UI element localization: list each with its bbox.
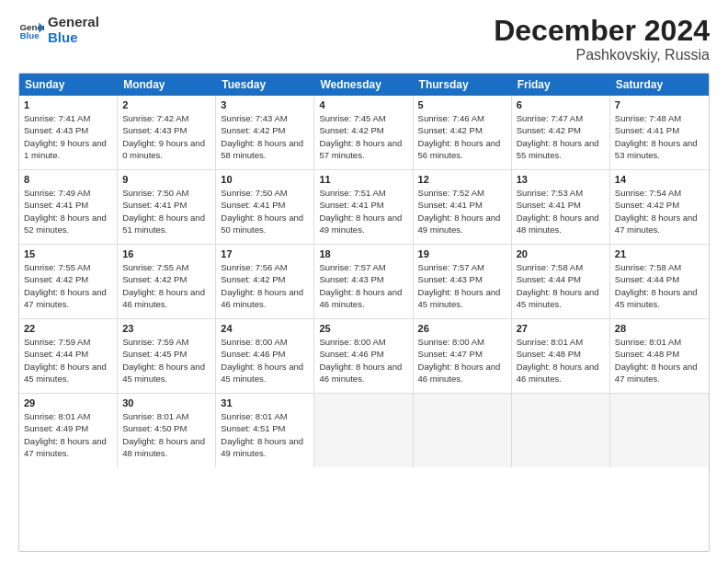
day-9: 9 Sunrise: 7:50 AM Sunset: 4:41 PM Dayli…	[118, 170, 216, 244]
day-19: 19 Sunrise: 7:57 AM Sunset: 4:43 PM Dayl…	[414, 245, 512, 318]
daylight: Daylight: 8 hours and 49 minutes.	[221, 435, 309, 460]
daylight: Daylight: 8 hours and 45 minutes.	[418, 286, 506, 311]
day-num: 25	[319, 323, 407, 334]
sunrise: Sunrise: 7:42 AM	[122, 112, 210, 124]
col-friday: Friday	[512, 74, 610, 96]
sunrise: Sunrise: 8:01 AM	[221, 410, 309, 422]
sunset: Sunset: 4:47 PM	[418, 348, 506, 360]
main-title: December 2024	[494, 15, 710, 47]
logo: General Blue General Blue	[18, 15, 99, 45]
sunset: Sunset: 4:42 PM	[24, 273, 112, 285]
sunset: Sunset: 4:42 PM	[615, 199, 704, 211]
calendar-header: Sunday Monday Tuesday Wednesday Thursday…	[19, 74, 709, 96]
sunset: Sunset: 4:41 PM	[24, 199, 112, 211]
sunrise: Sunrise: 7:58 AM	[615, 261, 704, 273]
sunset: Sunset: 4:45 PM	[122, 348, 210, 360]
daylight: Daylight: 8 hours and 46 minutes.	[319, 361, 407, 385]
daylight: Daylight: 8 hours and 47 minutes.	[615, 361, 704, 385]
day-31: 31 Sunrise: 8:01 AM Sunset: 4:51 PM Dayl…	[216, 394, 314, 467]
day-15: 15 Sunrise: 7:55 AM Sunset: 4:42 PM Dayl…	[19, 245, 118, 318]
day-num: 15	[24, 248, 112, 259]
sunset: Sunset: 4:42 PM	[221, 124, 309, 136]
sunrise: Sunrise: 7:45 AM	[319, 112, 407, 124]
week-row-1: 1 Sunrise: 7:41 AM Sunset: 4:43 PM Dayli…	[19, 96, 709, 170]
day-num: 7	[615, 99, 704, 110]
day-num: 24	[221, 323, 309, 334]
sunrise: Sunrise: 8:01 AM	[122, 410, 210, 422]
day-24: 24 Sunrise: 8:00 AM Sunset: 4:46 PM Dayl…	[216, 319, 314, 393]
day-16: 16 Sunrise: 7:55 AM Sunset: 4:42 PM Dayl…	[118, 245, 216, 318]
sunset: Sunset: 4:42 PM	[122, 273, 210, 285]
sunset: Sunset: 4:42 PM	[319, 124, 407, 136]
sunset: Sunset: 4:48 PM	[615, 348, 704, 360]
daylight: Daylight: 8 hours and 50 minutes.	[221, 212, 309, 236]
day-num: 12	[418, 174, 506, 185]
daylight: Daylight: 8 hours and 45 minutes.	[24, 361, 112, 385]
day-12: 12 Sunrise: 7:52 AM Sunset: 4:41 PM Dayl…	[414, 170, 512, 244]
day-num: 18	[319, 248, 407, 259]
day-num: 31	[221, 397, 309, 408]
day-num: 8	[24, 174, 112, 185]
day-25: 25 Sunrise: 8:00 AM Sunset: 4:46 PM Dayl…	[314, 319, 413, 393]
sunrise: Sunrise: 7:50 AM	[221, 187, 309, 199]
day-29: 29 Sunrise: 8:01 AM Sunset: 4:49 PM Dayl…	[19, 394, 118, 467]
week-row-4: 22 Sunrise: 7:59 AM Sunset: 4:44 PM Dayl…	[19, 319, 709, 394]
daylight: Daylight: 8 hours and 57 minutes.	[319, 137, 407, 162]
empty-cell-3	[512, 394, 610, 467]
empty-cell-1	[314, 394, 413, 467]
day-num: 6	[517, 99, 605, 110]
col-wednesday: Wednesday	[314, 74, 413, 96]
daylight: Daylight: 9 hours and 0 minutes.	[122, 137, 210, 162]
sunset: Sunset: 4:42 PM	[418, 124, 506, 136]
sunset: Sunset: 4:46 PM	[319, 348, 407, 360]
day-23: 23 Sunrise: 7:59 AM Sunset: 4:45 PM Dayl…	[118, 319, 216, 393]
sunrise: Sunrise: 7:55 AM	[122, 261, 210, 273]
day-10: 10 Sunrise: 7:50 AM Sunset: 4:41 PM Dayl…	[216, 170, 314, 244]
daylight: Daylight: 8 hours and 47 minutes.	[24, 286, 112, 311]
subtitle: Pashkovskiy, Russia	[494, 47, 710, 63]
sunrise: Sunrise: 7:57 AM	[418, 261, 506, 273]
day-num: 5	[418, 99, 506, 110]
day-2: 2 Sunrise: 7:42 AM Sunset: 4:43 PM Dayli…	[118, 96, 216, 169]
day-18: 18 Sunrise: 7:57 AM Sunset: 4:43 PM Dayl…	[314, 245, 413, 318]
day-num: 2	[122, 99, 210, 110]
day-num: 28	[615, 323, 704, 334]
day-3: 3 Sunrise: 7:43 AM Sunset: 4:42 PM Dayli…	[216, 96, 314, 169]
sunset: Sunset: 4:41 PM	[122, 199, 210, 211]
week-row-3: 15 Sunrise: 7:55 AM Sunset: 4:42 PM Dayl…	[19, 245, 709, 319]
day-1: 1 Sunrise: 7:41 AM Sunset: 4:43 PM Dayli…	[19, 96, 118, 169]
calendar-body: 1 Sunrise: 7:41 AM Sunset: 4:43 PM Dayli…	[19, 96, 709, 467]
sunset: Sunset: 4:48 PM	[517, 348, 605, 360]
sunset: Sunset: 4:43 PM	[418, 273, 506, 285]
sunset: Sunset: 4:44 PM	[24, 348, 112, 360]
page: General Blue General Blue December 2024 …	[0, 0, 728, 563]
day-num: 20	[517, 248, 605, 259]
daylight: Daylight: 8 hours and 53 minutes.	[615, 137, 704, 162]
sunset: Sunset: 4:42 PM	[517, 124, 605, 136]
day-num: 29	[24, 397, 112, 408]
day-4: 4 Sunrise: 7:45 AM Sunset: 4:42 PM Dayli…	[314, 96, 413, 169]
day-num: 10	[221, 174, 309, 185]
daylight: Daylight: 8 hours and 49 minutes.	[319, 212, 407, 236]
col-saturday: Saturday	[610, 74, 709, 96]
logo-icon: General Blue	[18, 17, 44, 43]
sunset: Sunset: 4:42 PM	[221, 273, 309, 285]
day-num: 27	[517, 323, 605, 334]
sunset: Sunset: 4:43 PM	[122, 124, 210, 136]
day-num: 11	[319, 174, 407, 185]
day-17: 17 Sunrise: 7:56 AM Sunset: 4:42 PM Dayl…	[216, 245, 314, 318]
daylight: Daylight: 8 hours and 55 minutes.	[517, 137, 605, 162]
day-28: 28 Sunrise: 8:01 AM Sunset: 4:48 PM Dayl…	[610, 319, 709, 393]
sunset: Sunset: 4:51 PM	[221, 422, 309, 434]
sunrise: Sunrise: 7:57 AM	[319, 261, 407, 273]
day-num: 21	[615, 248, 704, 259]
sunrise: Sunrise: 8:00 AM	[418, 336, 506, 348]
sunrise: Sunrise: 7:46 AM	[418, 112, 506, 124]
daylight: Daylight: 8 hours and 46 minutes.	[122, 286, 210, 311]
daylight: Daylight: 8 hours and 45 minutes.	[615, 286, 704, 311]
sunset: Sunset: 4:41 PM	[418, 199, 506, 211]
title-block: December 2024 Pashkovskiy, Russia	[494, 15, 710, 63]
day-num: 9	[122, 174, 210, 185]
sunrise: Sunrise: 8:01 AM	[24, 410, 112, 422]
day-27: 27 Sunrise: 8:01 AM Sunset: 4:48 PM Dayl…	[512, 319, 610, 393]
